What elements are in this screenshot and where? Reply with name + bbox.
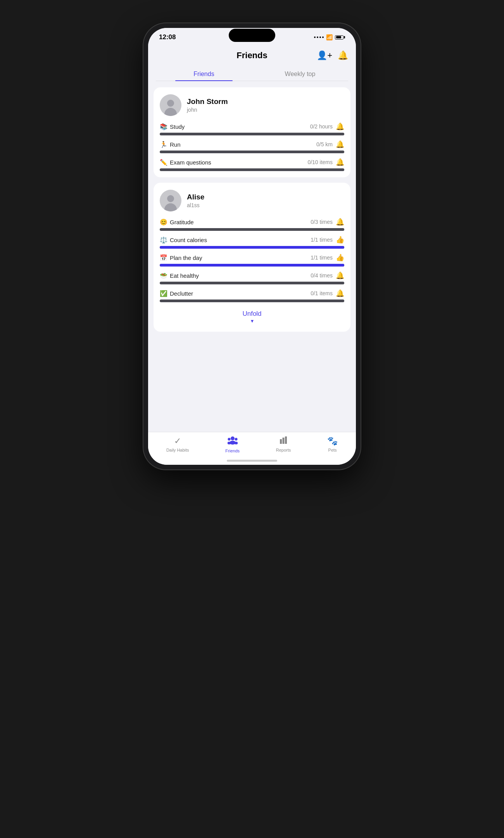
progress-bg-run [160,151,344,153]
thumbsup-icon-plan[interactable]: 👍 [336,253,344,262]
habit-label-exam: ✏️ Exam questions [160,159,211,166]
bell-icon-exam[interactable]: 🔔 [336,158,344,166]
add-friend-button[interactable]: 👤+ [317,50,332,61]
wifi-icon: 📶 [326,34,333,40]
nav-label-reports: Reports [276,448,291,452]
habit-count-declutter: 0/1 items [311,290,333,296]
unfold-button[interactable]: Unfold [160,310,344,318]
nav-label-pets: Pets [328,448,337,452]
unfold-section: Unfold ▾ [160,307,344,326]
header-top: Friends 👤+ 🔔 [156,47,348,64]
habit-label-run: 🏃 Run [160,141,181,148]
habit-right-eat-healthy: 0/4 times 🔔 [311,271,344,280]
friend-header-alise: Alise al1ss [160,190,344,211]
svg-rect-6 [280,439,282,444]
progress-bg-study [160,133,344,135]
habit-row-study: 📚 Study 0/2 hours 🔔 [160,122,344,135]
calories-emoji: ⚖️ [160,236,167,244]
habit-label-declutter: ✅ Declutter [160,290,193,297]
nav-friends[interactable]: Friends [225,436,240,453]
friend-name-alise: Alise [187,193,204,201]
run-emoji: 🏃 [160,141,167,148]
progress-bg-declutter [160,300,344,302]
habit-row-plan: 📅 Plan the day 1/1 times 👍 [160,253,344,267]
habit-label-gratitude: 😊 Gratitude [160,218,194,226]
svg-point-2 [228,438,230,441]
habit-count-run: 0/5 km [316,141,333,147]
avatar-alise [160,190,181,211]
content-area: John Storm john 📚 Study 0/2 hours 🔔 [148,81,356,338]
habit-info-declutter: ✅ Declutter 0/1 items 🔔 [160,289,344,298]
habit-right-declutter: 0/1 items 🔔 [311,289,344,298]
habit-info-study: 📚 Study 0/2 hours 🔔 [160,122,344,131]
nav-daily-habits[interactable]: ✓ Daily Habits [166,436,189,453]
signal-icon [314,36,324,38]
svg-rect-8 [285,436,287,444]
bell-icon-eat-healthy[interactable]: 🔔 [336,271,344,280]
habit-right-gratitude: 0/3 times 🔔 [311,218,344,226]
svg-rect-7 [283,438,285,444]
dynamic-island [229,29,275,42]
study-emoji: 📚 [160,123,167,130]
svg-point-4 [235,438,237,441]
eat-healthy-emoji: 🥗 [160,272,167,279]
progress-bg-eat-healthy [160,282,344,284]
habit-label-study: 📚 Study [160,123,185,130]
habit-count-study: 0/2 hours [310,123,333,130]
bell-icon-declutter[interactable]: 🔔 [336,289,344,298]
habit-count-calories: 1/1 times [311,237,333,243]
nav-label-daily-habits: Daily Habits [166,448,189,452]
header-actions: 👤+ 🔔 [317,50,348,61]
nav-label-friends: Friends [225,448,240,453]
tab-friends[interactable]: Friends [156,67,252,81]
habit-right-plan: 1/1 times 👍 [311,253,344,262]
friend-username-john: john [187,107,228,113]
header: Friends 👤+ 🔔 Friends Weekly top [148,43,356,81]
progress-bg-gratitude [160,228,344,231]
habit-row-gratitude: 😊 Gratitude 0/3 times 🔔 [160,218,344,231]
battery-icon [335,35,345,40]
bell-icon-run[interactable]: 🔔 [336,140,344,149]
habit-count-plan: 1/1 times [311,255,333,261]
progress-fill-plan [160,264,344,267]
bell-icon-study[interactable]: 🔔 [336,122,344,131]
friend-card-alise: Alise al1ss 😊 Gratitude 0/3 times 🔔 [154,183,350,332]
progress-bg-exam [160,168,344,171]
friend-username-alise: al1ss [187,202,204,208]
habit-count-gratitude: 0/3 times [311,219,333,225]
phone-frame: 12:08 📶 Friends [143,23,361,469]
habit-label-eat-healthy: 🥗 Eat healthy [160,272,199,279]
plan-emoji: 📅 [160,254,167,261]
friend-info-alise: Alise al1ss [187,193,204,208]
friend-card-john: John Storm john 📚 Study 0/2 hours 🔔 [154,87,350,177]
habit-info-run: 🏃 Run 0/5 km 🔔 [160,140,344,149]
status-icons: 📶 [314,34,345,40]
habit-info-plan: 📅 Plan the day 1/1 times 👍 [160,253,344,262]
notification-button[interactable]: 🔔 [338,50,348,61]
progress-bg-plan [160,264,344,267]
habit-info-calories: ⚖️ Count calories 1/1 times 👍 [160,235,344,244]
nav-reports[interactable]: Reports [276,436,291,453]
habit-count-eat-healthy: 0/4 times [311,272,333,279]
declutter-emoji: ✅ [160,290,167,297]
gratitude-emoji: 😊 [160,218,167,226]
chevron-down-icon: ▾ [160,318,344,324]
tab-weekly-top[interactable]: Weekly top [252,67,348,81]
thumbsup-icon-calories[interactable]: 👍 [336,235,344,244]
friend-header-john: John Storm john [160,94,344,116]
bell-icon-gratitude[interactable]: 🔔 [336,218,344,226]
home-indicator [227,460,277,462]
habit-row-declutter: ✅ Declutter 0/1 items 🔔 [160,289,344,302]
friend-info-john: John Storm john [187,97,228,113]
habit-row-calories: ⚖️ Count calories 1/1 times 👍 [160,235,344,249]
habit-info-exam: ✏️ Exam questions 0/10 items 🔔 [160,158,344,166]
habit-info-eat-healthy: 🥗 Eat healthy 0/4 times 🔔 [160,271,344,280]
tabs: Friends Weekly top [156,67,348,81]
progress-fill-calories [160,246,344,249]
habit-label-calories: ⚖️ Count calories [160,236,207,244]
check-icon: ✓ [174,436,181,446]
status-time: 12:08 [159,33,176,41]
habit-label-plan: 📅 Plan the day [160,254,202,261]
nav-pets[interactable]: 🐾 Pets [327,436,338,453]
habit-right-exam: 0/10 items 🔔 [307,158,344,166]
